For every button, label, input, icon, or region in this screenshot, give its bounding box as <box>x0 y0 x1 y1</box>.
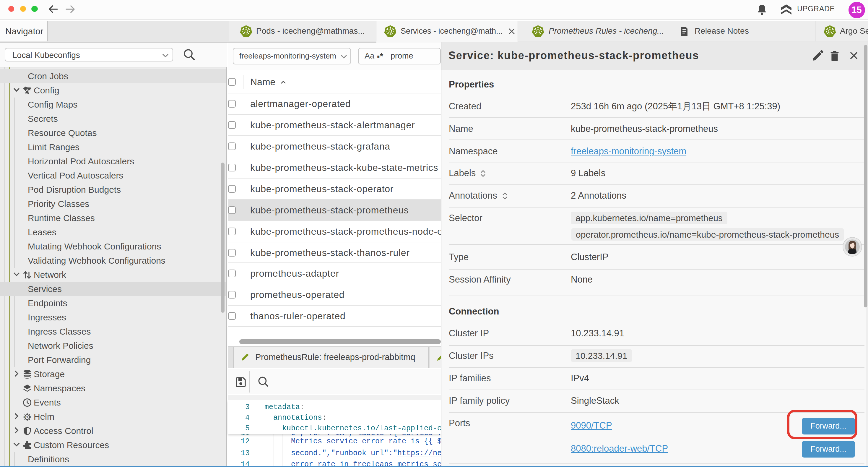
svg-text:HELM: HELM <box>24 415 31 418</box>
